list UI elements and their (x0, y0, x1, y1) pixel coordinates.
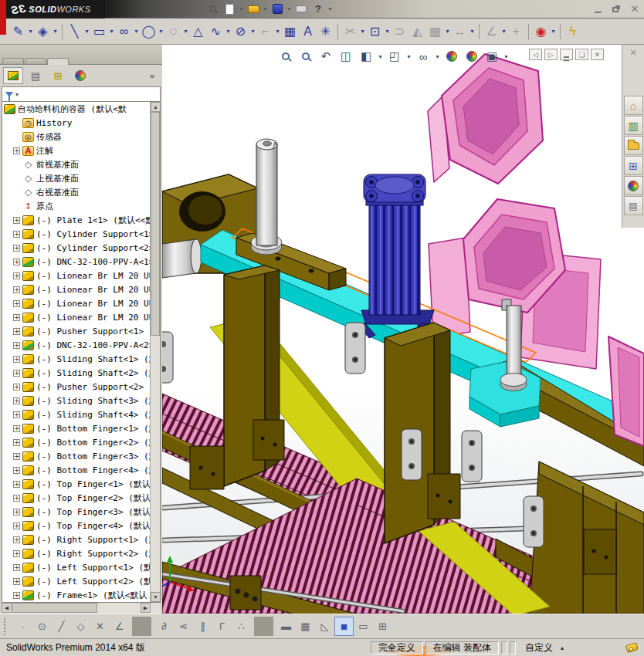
expand-toggle[interactable]: + (13, 411, 20, 418)
expand-toggle[interactable]: + (13, 370, 20, 377)
expand-toggle[interactable]: + (13, 259, 20, 265)
tree-item[interactable]: + (-) Pusher Support<1> ( (2, 324, 150, 338)
horizontal-scroll-thumb[interactable] (12, 603, 97, 613)
tree-filter[interactable]: ▾ (2, 86, 161, 102)
tree-item[interactable]: ◎ 传感器 (2, 130, 150, 144)
perpendicular-snap-button[interactable]: Γ (212, 617, 232, 636)
help-dropdown[interactable]: ▾ (327, 2, 334, 17)
custom-properties-icon[interactable]: ▤ (624, 196, 643, 215)
tree-item[interactable]: + (-) Plate 1<1> (默认<<默 (2, 213, 150, 227)
tree-item[interactable]: + (-) Left Support<1> (默 (2, 560, 150, 574)
part-pink-sliver[interactable] (608, 336, 644, 446)
trim-entities-button[interactable]: ✂ (341, 22, 359, 41)
circle-button[interactable]: ◯ (140, 22, 158, 41)
expand-toggle[interactable]: + (13, 481, 20, 488)
view-orientation-dropdown[interactable]: ▾ (377, 48, 384, 65)
file-explorer-icon[interactable] (624, 136, 643, 155)
text-button[interactable]: A (299, 22, 317, 41)
expand-toggle[interactable]: + (13, 509, 20, 516)
tree-item[interactable]: + (-) Bottom Finger<3> (默 (2, 449, 150, 463)
ellipse-button[interactable]: ⊘ (232, 22, 249, 41)
tag-icon[interactable] (625, 642, 639, 653)
dimension-dropdown[interactable]: ▾ (52, 22, 59, 41)
perimeter-circle-button[interactable]: ◌ (164, 22, 182, 41)
expand-toggle[interactable]: + (13, 272, 20, 279)
expand-toggle[interactable]: + (13, 245, 20, 252)
new-document-button[interactable] (221, 2, 238, 17)
expand-toggle[interactable]: + (13, 314, 20, 321)
tree-item[interactable]: ◇ 前视基准面 (2, 157, 150, 171)
tree-horizontal-scrollbar[interactable]: ◀ ▶ (2, 603, 161, 614)
window-split-button[interactable]: ⊞ (373, 617, 392, 636)
open-button[interactable] (245, 2, 262, 17)
mirror-entities-button[interactable]: ◭ (408, 22, 426, 41)
line-snap-button[interactable]: ╱ (52, 617, 71, 636)
window-pane-button[interactable]: ▭ (354, 617, 373, 636)
tree-item[interactable]: + (-) Top Finger<1> (默认 (2, 477, 150, 491)
tree-item[interactable]: + (-) Cylinder Support<1> (2, 227, 150, 241)
separator[interactable] (528, 24, 529, 39)
sketch-button[interactable]: ✎ (9, 22, 27, 41)
angle-snap-button[interactable]: ◺ (315, 617, 334, 636)
tree-item[interactable]: + (-) Lionear Br LM 20 UU (2, 310, 150, 324)
zoom-to-fit-button[interactable] (276, 48, 295, 65)
separator[interactable] (337, 24, 338, 39)
separator[interactable] (254, 617, 273, 636)
convert-entities-button[interactable]: ⊡ (366, 22, 384, 41)
expand-toggle[interactable]: + (13, 522, 20, 529)
save-dropdown[interactable]: ▾ (286, 2, 293, 17)
contours-dropdown[interactable]: ▾ (550, 22, 557, 41)
viewport-3d[interactable] (162, 45, 644, 614)
line-dropdown[interactable]: ▾ (83, 22, 90, 41)
menu-tools[interactable] (154, 7, 167, 12)
panel-chevron[interactable]: » (150, 71, 159, 80)
tree-item[interactable]: ◇ 右视基准面 (2, 185, 150, 199)
fillet-dropdown[interactable]: ▾ (274, 22, 281, 41)
ellipse-dropdown[interactable]: ▾ (249, 22, 256, 41)
panel-tab-featuremanager[interactable] (3, 67, 23, 84)
expand-toggle[interactable]: + (13, 425, 20, 432)
scroll-left-button[interactable]: ◀ (2, 603, 12, 613)
tree-item[interactable]: + (-) Lionear Br LM 20 UU (2, 296, 150, 310)
restore-button[interactable] (607, 2, 625, 16)
doc-minimize-button[interactable]: ▁ (560, 49, 573, 60)
minimize-button[interactable] (588, 2, 607, 16)
previous-view-button[interactable]: ↶ (317, 48, 335, 65)
straight-slot-button[interactable]: ∞ (115, 22, 133, 41)
center-snap-button[interactable]: ⊙ (32, 617, 52, 636)
display-style-dropdown[interactable]: ▾ (405, 48, 412, 65)
smart-dimension-button[interactable]: ◈ (34, 22, 52, 41)
tree-item[interactable]: + (-) Lionear Br LM 20 UU (2, 282, 150, 296)
tree-root[interactable]: 自动给料机的容器 (默认<默 (2, 102, 150, 116)
expand-toggle[interactable]: + (13, 495, 20, 502)
status-custom[interactable]: 自定义▴ (518, 641, 571, 654)
separator[interactable] (132, 617, 151, 636)
intersection-snap-button[interactable]: ✕ (90, 617, 110, 636)
tree-item[interactable]: + (-) Sliding Shaft<2> (默 (2, 366, 150, 380)
menu-file[interactable] (105, 7, 117, 12)
quadrant-snap-button[interactable]: ◇ (71, 617, 90, 636)
close-button[interactable]: ✕ (625, 2, 644, 16)
appearances-icon[interactable] (624, 176, 643, 195)
move-dropdown[interactable]: ▾ (469, 22, 476, 41)
tree-vertical-scrollbar[interactable]: ▲ ▼ (150, 102, 160, 602)
home-icon[interactable]: ⌂ (624, 96, 643, 115)
expand-toggle[interactable]: + (13, 564, 20, 571)
menu-help[interactable] (192, 7, 204, 12)
relations-dropdown[interactable]: ▾ (500, 22, 507, 41)
spline-button[interactable]: ∿ (207, 22, 225, 41)
grid-display-button[interactable]: ▦ (296, 617, 315, 636)
tree-item[interactable]: + (-) DNC-32-100-PPV-A<2> (2, 338, 150, 352)
view-palette-icon[interactable]: ⊞ (624, 156, 643, 175)
separator[interactable] (479, 24, 480, 39)
separator[interactable] (62, 24, 63, 39)
midpoint-snap-button[interactable]: ⋖ (174, 617, 193, 636)
corner-rectangle-button[interactable]: ▭ (90, 22, 108, 41)
hide-show-items-button[interactable]: ∞ (414, 48, 432, 65)
doc-close-button[interactable]: ✕ (591, 49, 604, 60)
expand-toggle[interactable]: + (13, 286, 20, 293)
scroll-right-button[interactable]: ▶ (141, 603, 151, 613)
view-settings-button[interactable]: ▣ (483, 48, 501, 65)
graphics-area[interactable]: ↶◫◧▾◰▾∞▾▣▾ ◁▷▁❏✕ ✕ ⌂▥⊞▤ (162, 45, 644, 614)
tree-item[interactable]: ◷ History (2, 116, 150, 130)
